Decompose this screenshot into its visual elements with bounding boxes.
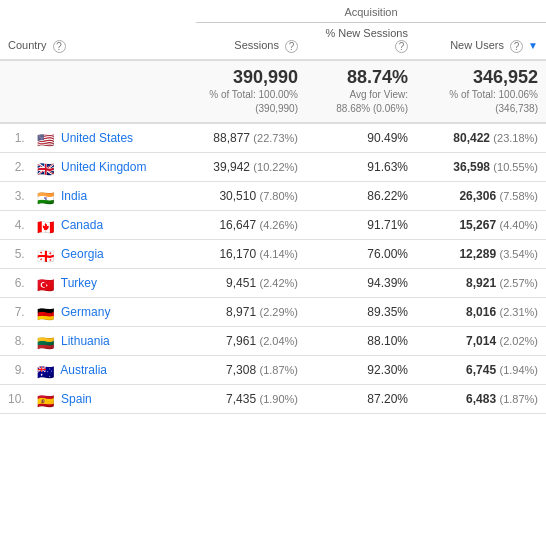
row-number: 5.	[0, 239, 29, 268]
new-users-pct: (1.87%)	[499, 393, 538, 405]
country-flag: 🇮🇳	[37, 190, 53, 202]
country-link[interactable]: Canada	[61, 218, 103, 232]
country-link[interactable]: India	[61, 189, 87, 203]
new-users-cell: 12,289 (3.54%)	[416, 239, 546, 268]
new-users-value: 8,016	[466, 305, 496, 319]
sessions-pct: (2.29%)	[259, 306, 298, 318]
sessions-help-icon[interactable]: ?	[285, 40, 298, 53]
pct-new-sessions-cell: 86.22%	[306, 181, 416, 210]
new-users-pct: (1.94%)	[499, 364, 538, 376]
sessions-cell: 39,942 (10.22%)	[196, 152, 306, 181]
totals-row: 390,990 % of Total: 100.00% (390,990) 88…	[0, 60, 546, 123]
table-row: 9. 🇦🇺 Australia 7,308 (1.87%) 92.30% 6,7…	[0, 355, 546, 384]
sessions-cell: 7,961 (2.04%)	[196, 326, 306, 355]
table-row: 10. 🇪🇸 Spain 7,435 (1.90%) 87.20% 6,483 …	[0, 384, 546, 413]
country-link[interactable]: United States	[61, 131, 133, 145]
country-column-header: Country ?	[0, 23, 196, 60]
new-users-value: 15,267	[459, 218, 496, 232]
table-row: 2. 🇬🇧 United Kingdom 39,942 (10.22%) 91.…	[0, 152, 546, 181]
new-users-help-icon[interactable]: ?	[510, 40, 523, 53]
row-number: 1.	[0, 124, 29, 153]
new-users-value: 36,598	[453, 160, 490, 174]
new-users-pct: (10.55%)	[493, 161, 538, 173]
country-link[interactable]: United Kingdom	[61, 160, 146, 174]
sessions-pct: (1.87%)	[259, 364, 298, 376]
new-users-value: 26,306	[459, 189, 496, 203]
pct-new-sessions-cell: 92.30%	[306, 355, 416, 384]
new-users-cell: 8,016 (2.31%)	[416, 297, 546, 326]
table-row: 7. 🇩🇪 Germany 8,971 (2.29%) 89.35% 8,016…	[0, 297, 546, 326]
row-number: 8.	[0, 326, 29, 355]
sessions-pct: (4.14%)	[259, 248, 298, 260]
totals-new-users-value: 346,952	[424, 67, 538, 88]
table-row: 1. 🇺🇸 United States 88,877 (22.73%) 90.4…	[0, 124, 546, 153]
row-number: 6.	[0, 268, 29, 297]
pct-new-sessions-cell: 91.63%	[306, 152, 416, 181]
new-users-value: 6,483	[466, 392, 496, 406]
country-cell: 🇪🇸 Spain	[29, 384, 196, 413]
new-users-value: 12,289	[459, 247, 496, 261]
country-link[interactable]: Lithuania	[61, 334, 110, 348]
pct-new-sessions-cell: 87.20%	[306, 384, 416, 413]
country-flag: 🇱🇹	[37, 335, 53, 347]
row-number: 9.	[0, 355, 29, 384]
country-help-icon[interactable]: ?	[53, 40, 66, 53]
table-row: 3. 🇮🇳 India 30,510 (7.80%) 86.22% 26,306…	[0, 181, 546, 210]
new-users-cell: 26,306 (7.58%)	[416, 181, 546, 210]
new-users-value: 7,014	[466, 334, 496, 348]
sessions-pct: (2.04%)	[259, 335, 298, 347]
country-flag: 🇹🇷	[37, 277, 53, 289]
country-cell: 🇮🇳 India	[29, 181, 196, 210]
pct-new-sessions-cell: 76.00%	[306, 239, 416, 268]
pct-sessions-column-header: % New Sessions ?	[306, 23, 416, 60]
country-cell: 🇺🇸 United States	[29, 124, 196, 153]
new-users-pct: (2.31%)	[499, 306, 538, 318]
sessions-pct: (22.73%)	[253, 132, 298, 144]
country-cell: 🇹🇷 Turkey	[29, 268, 196, 297]
acquisition-header: Acquisition	[196, 0, 546, 23]
country-link[interactable]: Turkey	[61, 276, 97, 290]
pct-new-sessions-cell: 88.10%	[306, 326, 416, 355]
totals-pct-sessions: 88.74% Avg for View: 88.68% (0.06%)	[306, 60, 416, 123]
totals-pct-sub: Avg for View: 88.68% (0.06%)	[314, 88, 408, 116]
country-cell: 🇬🇧 United Kingdom	[29, 152, 196, 181]
pct-sessions-label: % New Sessions	[325, 27, 408, 39]
country-flag: 🇪🇸	[37, 393, 53, 405]
sort-icon[interactable]: ▼	[528, 40, 538, 51]
sessions-cell: 7,308 (1.87%)	[196, 355, 306, 384]
new-users-cell: 36,598 (10.55%)	[416, 152, 546, 181]
group-header-row: Acquisition	[0, 0, 546, 23]
country-link[interactable]: Germany	[61, 305, 110, 319]
country-flag: 🇬🇪	[37, 248, 53, 260]
sessions-pct: (4.26%)	[259, 219, 298, 231]
new-users-cell: 80,422 (23.18%)	[416, 124, 546, 153]
new-users-pct: (4.40%)	[499, 219, 538, 231]
empty-header	[0, 0, 196, 23]
country-cell: 🇩🇪 Germany	[29, 297, 196, 326]
table-row: 5. 🇬🇪 Georgia 16,170 (4.14%) 76.00% 12,2…	[0, 239, 546, 268]
row-number: 3.	[0, 181, 29, 210]
row-number: 10.	[0, 384, 29, 413]
sessions-cell: 16,170 (4.14%)	[196, 239, 306, 268]
sessions-cell: 9,451 (2.42%)	[196, 268, 306, 297]
new-users-pct: (7.58%)	[499, 190, 538, 202]
totals-pct-value: 88.74%	[314, 67, 408, 88]
analytics-table: Acquisition Country ? Sessions ? % New S…	[0, 0, 546, 414]
pct-sessions-help-icon[interactable]: ?	[395, 40, 408, 53]
sessions-cell: 8,971 (2.29%)	[196, 297, 306, 326]
sessions-cell: 16,647 (4.26%)	[196, 210, 306, 239]
country-link[interactable]: Australia	[60, 363, 107, 377]
country-label: Country	[8, 39, 47, 51]
country-flag: 🇩🇪	[37, 306, 53, 318]
new-users-cell: 7,014 (2.02%)	[416, 326, 546, 355]
country-link[interactable]: Georgia	[61, 247, 104, 261]
new-users-cell: 6,745 (1.94%)	[416, 355, 546, 384]
new-users-cell: 6,483 (1.87%)	[416, 384, 546, 413]
sessions-cell: 7,435 (1.90%)	[196, 384, 306, 413]
new-users-pct: (2.57%)	[499, 277, 538, 289]
totals-new-users-pct: % of Total: 100.06% (346,738)	[424, 88, 538, 116]
row-number: 2.	[0, 152, 29, 181]
country-flag: 🇬🇧	[37, 161, 53, 173]
country-cell: 🇦🇺 Australia	[29, 355, 196, 384]
country-link[interactable]: Spain	[61, 392, 92, 406]
